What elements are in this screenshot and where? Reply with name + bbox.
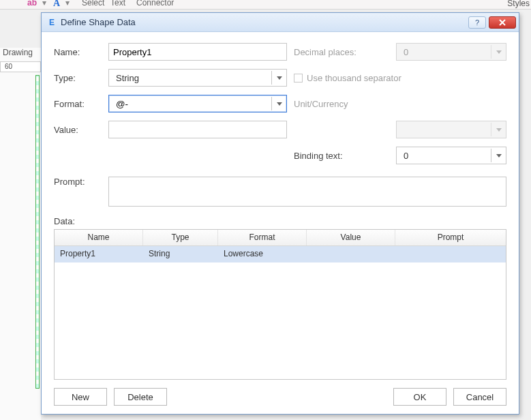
data-table[interactable]: Name Type Format Value Prompt Property1S… (54, 229, 506, 380)
name-label: Name: (54, 47, 102, 57)
unit-label: Unit/Currency (294, 99, 506, 109)
cell-format: Lowercase (218, 246, 307, 262)
binding-value: 0 (401, 151, 491, 161)
app-icon: E (47, 18, 57, 27)
cell-type: String (143, 246, 218, 262)
chevron-down-icon (491, 45, 506, 59)
background-drawing-label: Drawing (3, 48, 33, 57)
toolbar-ab-icon: ab (27, 0, 37, 7)
unit-combo (396, 121, 506, 138)
background-styles-label: Styles (507, 0, 530, 8)
format-combo[interactable] (108, 95, 287, 112)
close-button[interactable] (489, 16, 516, 29)
cancel-button[interactable]: Cancel (453, 388, 506, 406)
binding-label: Binding text: (294, 151, 389, 161)
dialog-footer: New Delete OK Cancel (54, 388, 506, 406)
toolbar-select: Select (82, 0, 104, 7)
ruler-value: 60 (5, 63, 12, 70)
type-combo[interactable]: String (108, 69, 287, 87)
thousand-separator-label: Use thousand separator (307, 73, 401, 83)
new-button[interactable]: New (54, 388, 107, 406)
chevron-down-icon[interactable] (271, 97, 286, 110)
close-icon (498, 19, 506, 26)
value-input[interactable] (108, 121, 287, 138)
col-value: Value (307, 230, 395, 245)
col-format: Format (218, 230, 307, 245)
prompt-row: Prompt: (54, 177, 506, 207)
background-side-panel: Drawing (0, 48, 41, 420)
ok-button[interactable]: OK (393, 388, 446, 406)
data-table-body: Property1StringLowercase (55, 246, 506, 262)
decimal-combo: 0 (396, 43, 506, 61)
decimal-label: Decimal places: (294, 47, 389, 57)
data-table-header: Name Type Format Value Prompt (55, 230, 506, 246)
type-value: String (113, 73, 271, 83)
background-ruler: 60 (0, 61, 41, 72)
col-type: Type (143, 230, 218, 245)
cell-prompt (395, 246, 506, 262)
dialog-title: Define Shape Data (61, 17, 466, 27)
binding-combo[interactable]: 0 (396, 147, 506, 164)
help-button[interactable]: ? (468, 16, 486, 29)
type-label: Type: (54, 73, 102, 83)
prompt-input[interactable] (108, 177, 506, 207)
checkbox-box (294, 74, 303, 82)
background-page-edge (35, 75, 40, 389)
font-a-icon: A (53, 0, 60, 9)
col-prompt: Prompt (395, 230, 506, 245)
format-label: Format: (54, 99, 102, 109)
decimal-value: 0 (401, 47, 491, 57)
toolbar-text: Text (110, 0, 125, 7)
value-label: Value: (54, 125, 102, 135)
dialog-body: Name: Decimal places: 0 Type: String Use… (42, 32, 519, 414)
thousand-separator-checkbox: Use thousand separator (294, 73, 506, 83)
define-shape-data-dialog: E Define Shape Data ? Name: Decimal plac… (41, 12, 519, 415)
data-section-label: Data: (54, 216, 506, 226)
toolbar-connector: Connector (136, 0, 174, 7)
chevron-down-icon (271, 71, 286, 85)
cell-value (307, 246, 395, 262)
background-toolbar: ab ▾ A ▾ Select Text Connector (0, 0, 531, 10)
chevron-down-icon: ▾ (65, 0, 70, 7)
name-input[interactable] (108, 43, 287, 61)
form-grid: Name: Decimal places: 0 Type: String Use… (54, 43, 506, 164)
col-name: Name (55, 230, 143, 245)
table-row[interactable]: Property1StringLowercase (55, 246, 506, 262)
prompt-label: Prompt: (54, 177, 102, 187)
cell-name: Property1 (55, 246, 143, 262)
delete-button[interactable]: Delete (114, 388, 167, 406)
chevron-down-icon (491, 123, 506, 136)
format-input[interactable] (113, 96, 271, 111)
dialog-titlebar: E Define Shape Data ? (42, 13, 519, 32)
chevron-down-icon (491, 149, 506, 162)
chevron-down-icon: ▾ (42, 0, 46, 7)
